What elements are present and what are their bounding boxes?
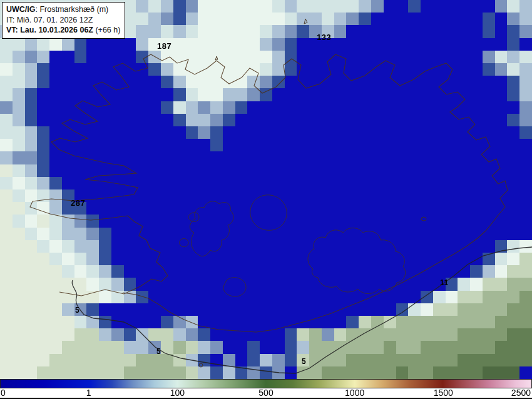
product-line: UWC/IG: Frostmarkshæð (m) [6,4,120,15]
map-label: 133 [317,33,331,41]
coastline-east-south-path [123,132,508,332]
glacier-outlines [180,195,406,296]
colorbar-tick: 1000 [345,388,364,398]
colorbar-tick-row: 01100500100015002500 [0,388,532,399]
contour-layer [0,0,532,379]
map-label: 5 [302,358,306,365]
title-box: UWC/IG: Frostmarkshæð (m) IT: Mið. 07. 0… [2,2,125,39]
product-parameter: : Frostmarkshæð (m) [36,5,109,14]
map-label: 11 [440,279,449,286]
map-label: 5 [75,306,79,314]
colorbar-tick: 2500 [511,388,531,398]
product-name: UWC/IG [6,5,36,14]
lead-time: (+66 h) [93,26,120,34]
map-label: 5 [156,348,161,355]
colorbar-tick: 1 [86,388,91,398]
coastline-west-path [30,54,170,296]
map-label: 287 [71,199,85,207]
freezing-contour-line [72,247,532,373]
valid-time-line: VT: Lau. 10.01.2026 06Z (+66 h) [6,25,120,36]
weather-map-frame: 18713328711555 UWC/IG: Frostmarkshæð (m)… [0,0,532,399]
colorbar: 01100500100015002500 [0,379,532,399]
map-area: 18713328711555 UWC/IG: Frostmarkshæð (m)… [0,0,532,379]
colorbar-gradient [0,379,532,388]
coastline-north-path [170,54,475,132]
map-label: 187 [157,42,171,50]
small-island-marks [199,19,426,367]
colorbar-tick: 0 [1,388,6,398]
colorbar-tick: 1500 [434,388,453,398]
valid-time: VT: Lau. 10.01.2026 06Z [6,26,93,34]
colorbar-tick: 100 [170,388,185,398]
colorbar-tick: 500 [258,388,273,398]
init-time-line: IT: Mið. 07. 01. 2026 12Z [6,15,120,26]
